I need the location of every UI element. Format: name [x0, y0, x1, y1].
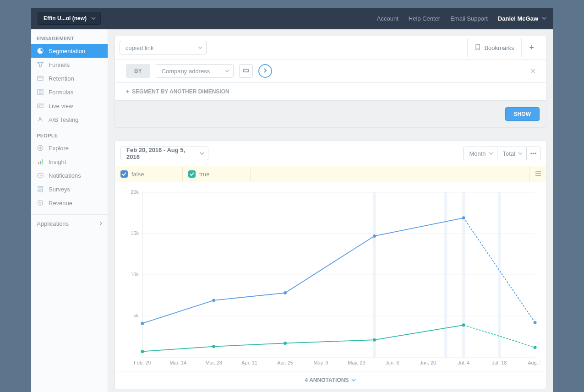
svg-text:15k: 15k — [131, 230, 139, 236]
chart-header: Feb 20, 2016 - Aug 5, 2016 Month Total — [115, 141, 546, 166]
filter-row: copied link Bookmarks + — [115, 36, 546, 60]
plus-icon: + — [126, 88, 129, 95]
svg-point-46 — [373, 234, 376, 238]
legend-options-button[interactable] — [529, 166, 546, 182]
legend-false-label: false — [131, 171, 144, 178]
user-name: Daniel McGaw — [498, 15, 538, 22]
annotations-toggle[interactable]: 4 ANNOTATIONS — [115, 371, 546, 389]
svg-text:Aug. 1: Aug. 1 — [528, 360, 540, 365]
retention-icon — [37, 75, 44, 82]
email-support-link[interactable]: Email Support — [450, 15, 488, 22]
sidebar-applications[interactable]: Applications — [31, 214, 108, 233]
svg-point-49 — [141, 350, 144, 353]
svg-text:Apr. 11: Apr. 11 — [241, 360, 257, 365]
sidebar-item-formulas[interactable]: Formulas — [31, 85, 108, 99]
typecast-icon — [243, 68, 249, 75]
show-label: SHOW — [514, 111, 531, 117]
svg-point-51 — [284, 342, 287, 345]
legend-item-true[interactable]: true — [183, 167, 251, 181]
svg-text:May. 9: May. 9 — [313, 360, 328, 365]
sidebar-item-funnels[interactable]: Funnels — [31, 58, 108, 71]
svg-text:Jul. 4: Jul. 4 — [458, 360, 469, 365]
sidebar-heading-engagement: ENGAGEMENT — [31, 29, 108, 44]
date-range-label: Feb 20, 2016 - Aug 5, 2016 — [126, 147, 195, 160]
event-dropdown[interactable]: copied link — [120, 41, 207, 54]
sidebar-item-explore[interactable]: Explore — [31, 141, 108, 155]
svg-rect-27 — [373, 192, 376, 357]
sidebar-item-notifications[interactable]: Notifications — [31, 169, 108, 182]
checkbox-icon — [120, 170, 128, 178]
bookmarks-label: Bookmarks — [484, 44, 514, 51]
sidebar-item-revenue[interactable]: $Revenue — [31, 196, 108, 210]
main-content: copied link Bookmarks + BY — [108, 29, 553, 392]
chevron-down-icon — [200, 152, 204, 155]
sidebar-item-a-b-testing[interactable]: A/B Testing — [31, 113, 108, 126]
project-name: Effin U...ol (new) — [44, 15, 87, 22]
svg-text:May. 23: May. 23 — [348, 360, 365, 365]
explore-icon — [37, 144, 44, 152]
svg-point-52 — [373, 338, 376, 342]
time-unit-label: Month — [469, 150, 486, 157]
svg-point-53 — [462, 323, 465, 327]
svg-text:Mar. 28: Mar. 28 — [205, 360, 222, 365]
sidebar-item-surveys[interactable]: Surveys — [31, 182, 108, 196]
sidebar-item-label: Insight — [49, 158, 66, 165]
sidebar-item-retention[interactable]: Retention — [31, 71, 108, 85]
svg-point-47 — [462, 216, 465, 219]
account-link[interactable]: Account — [377, 15, 398, 22]
notifications-icon — [37, 172, 44, 179]
segment-dimension-dropdown[interactable]: Company address — [156, 64, 234, 78]
sidebar-item-insight[interactable]: Insight — [31, 155, 108, 169]
svg-text:Mar. 14: Mar. 14 — [170, 360, 187, 365]
sidebar-item-label: A/B Testing — [49, 116, 79, 123]
svg-rect-8 — [42, 159, 43, 164]
svg-text:10k: 10k — [131, 272, 139, 277]
help-link[interactable]: Help Center — [409, 15, 440, 22]
svg-point-43 — [141, 322, 144, 325]
sidebar-item-label: Retention — [49, 75, 74, 82]
typecast-button[interactable] — [239, 64, 253, 78]
sidebar-item-segmentation[interactable]: Segmentation — [31, 44, 108, 58]
svg-text:20k: 20k — [131, 189, 139, 195]
chevron-down-icon — [489, 152, 493, 155]
svg-point-11 — [40, 175, 41, 176]
project-selector[interactable]: Effin U...ol (new) — [38, 12, 101, 25]
svg-rect-1 — [38, 76, 43, 81]
svg-text:Jun. 6: Jun. 6 — [385, 360, 399, 365]
sidebar-item-label: Explore — [49, 145, 69, 152]
svg-point-54 — [534, 346, 537, 349]
aggregation-dropdown[interactable]: Total — [497, 147, 527, 160]
remove-segment-button[interactable]: ✕ — [530, 67, 536, 76]
svg-text:Jun. 20: Jun. 20 — [420, 360, 436, 365]
svg-rect-3 — [38, 104, 43, 108]
svg-point-44 — [212, 299, 215, 302]
sidebar-item-label: Live view — [49, 103, 73, 109]
segment-another-button[interactable]: + SEGMENT BY ANOTHER DIMENSION — [115, 82, 546, 100]
sidebar-item-label: Notifications — [49, 172, 81, 179]
sidebar-item-live-view[interactable]: Live view — [31, 99, 108, 113]
applications-label: Applications — [37, 220, 69, 227]
segment-dimension-label: Company address — [162, 68, 210, 75]
bookmark-icon — [475, 44, 480, 52]
svg-text:5k: 5k — [133, 313, 139, 318]
surveys-icon — [37, 185, 44, 193]
sidebar-heading-people: PEOPLE — [31, 126, 108, 141]
svg-rect-28 — [444, 192, 447, 357]
bookmarks-button[interactable]: Bookmarks — [467, 38, 521, 57]
svg-rect-30 — [498, 192, 501, 357]
date-range-dropdown[interactable]: Feb 20, 2016 - Aug 5, 2016 — [120, 147, 208, 160]
show-button[interactable]: SHOW — [505, 107, 540, 121]
list-icon — [535, 171, 541, 178]
svg-point-48 — [534, 321, 537, 324]
expand-segment-button[interactable] — [258, 64, 272, 78]
svg-rect-7 — [40, 161, 41, 164]
add-bookmark-button[interactable]: + — [521, 38, 541, 57]
svg-rect-17 — [244, 70, 248, 71]
legend-item-false[interactable]: false — [115, 167, 183, 181]
svg-text:Jul. 18: Jul. 18 — [492, 360, 507, 365]
user-menu[interactable]: Daniel McGaw — [498, 15, 546, 22]
time-unit-dropdown[interactable]: Month — [463, 147, 497, 160]
chevron-down-icon — [351, 379, 356, 381]
legend-true-label: true — [199, 171, 209, 178]
chart-more-button[interactable]: ••• — [527, 147, 540, 160]
